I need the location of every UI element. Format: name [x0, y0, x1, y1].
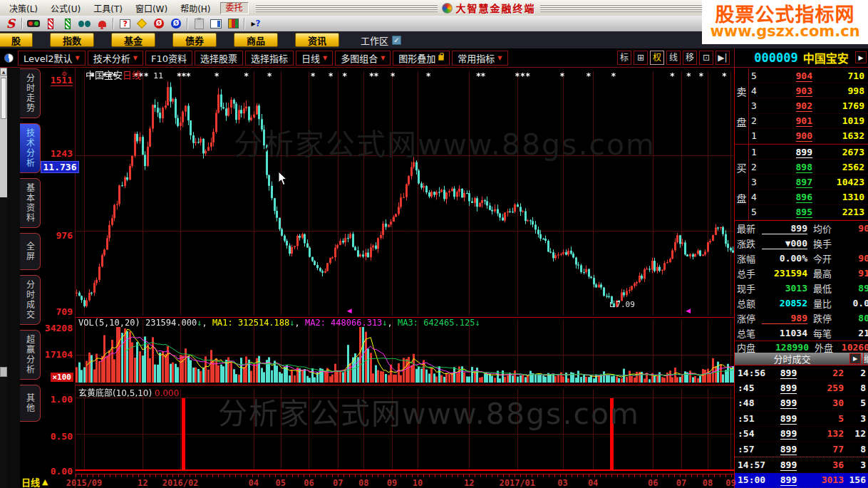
price-chart-canvas[interactable]	[76, 68, 735, 317]
quickbar-item-Level2默认[interactable]: Level2默认▼	[18, 51, 86, 66]
mark-button[interactable]: 标	[617, 51, 631, 65]
queue-price-value[interactable]: 895	[796, 207, 812, 218]
queue-price-value[interactable]: 896	[796, 192, 812, 203]
binoculars-icon[interactable]	[76, 16, 93, 31]
scrollbar-thumb[interactable]	[1, 78, 6, 119]
line-button[interactable]: 线	[666, 51, 681, 65]
tick-row[interactable]: 15:008993013156	[735, 473, 868, 488]
quickbar-item-技术分析[interactable]: 技术分析▼	[88, 51, 143, 66]
date-axis[interactable]: 2015/09122016/0204050607080910122017/010…	[76, 474, 735, 488]
queue-price-value[interactable]: 900	[796, 130, 812, 142]
queue-row[interactable]: 389710423	[749, 175, 868, 190]
bell-icon[interactable]	[93, 16, 110, 31]
queue-price-value[interactable]: 899	[796, 147, 812, 158]
queue-price[interactable]: 898	[761, 162, 824, 172]
window-button[interactable]: ⊡	[699, 51, 713, 65]
queue-row[interactable]: 39021769	[749, 98, 868, 113]
queue-price[interactable]: 900	[761, 130, 824, 141]
queue-row[interactable]: 28982562	[749, 160, 868, 175]
scroll-up-icon[interactable]: ▲	[0, 68, 7, 76]
green-stripe-icon[interactable]	[59, 16, 76, 31]
tick-row[interactable]: 14:57899363	[735, 457, 868, 472]
nav-button-债券[interactable]: 债券	[172, 33, 217, 47]
nav-button-商品[interactable]: 商品	[234, 33, 278, 47]
quickbar-item-选择股票[interactable]: 选择股票	[195, 51, 243, 66]
queue-price-value[interactable]: 901	[796, 115, 812, 127]
quickbar-item-F10资料[interactable]: F10资料	[145, 51, 192, 66]
quickbar-item-多图组合[interactable]: 多图组合▼	[335, 51, 391, 66]
tick-row[interactable]: :5189953	[735, 411, 868, 426]
queue-price[interactable]: 902	[761, 100, 824, 111]
quickbar-item-选择指标[interactable]: 选择指标	[245, 51, 294, 66]
nav-button-股[interactable]: 股	[0, 33, 33, 47]
queue-row[interactable]: 58952213	[749, 205, 868, 220]
nav-button-资讯[interactable]: 资讯	[295, 33, 339, 47]
menu-item-帮助[interactable]: 帮助(H)	[174, 2, 217, 14]
red-dial-icon[interactable]: Ø	[150, 16, 167, 31]
expand-ticks-button[interactable]: ▶	[849, 353, 861, 364]
tick-row[interactable]: :48899305	[735, 396, 868, 411]
queue-price-value[interactable]: 898	[796, 162, 812, 173]
workspace-toggle[interactable]: 工作区✓	[361, 33, 401, 47]
gear-icon[interactable]: ⚙	[62, 69, 67, 78]
next-stock-button[interactable]: ▶	[855, 51, 867, 63]
queue-price[interactable]: 903	[761, 85, 824, 96]
clipboard-icon[interactable]	[190, 16, 207, 31]
queue-price[interactable]: 895	[761, 207, 824, 217]
queue-row[interactable]: 5904710	[749, 68, 868, 83]
queue-row[interactable]: 4903998	[749, 83, 868, 98]
sidebar-tab-分时成交[interactable]: 分时成交	[20, 275, 41, 325]
sidebar-tab-技术分析[interactable]: 技术分析	[20, 123, 41, 173]
tick-list-title: 分时成交	[735, 352, 849, 365]
sidebar-tab-超赢分析[interactable]: 超赢分析	[20, 330, 41, 380]
queue-price[interactable]: 904	[761, 71, 824, 81]
queue-row[interactable]: 48961310	[749, 190, 868, 205]
books-icon[interactable]	[224, 16, 242, 31]
red-stripe-icon[interactable]	[42, 16, 59, 31]
queue-price[interactable]: 901	[761, 115, 824, 126]
diamond-icon[interactable]	[133, 16, 150, 31]
chart-question-icon[interactable]	[116, 16, 133, 31]
queue-row[interactable]: 18992673	[749, 145, 868, 160]
scrollbar-track[interactable]: ▲	[0, 68, 7, 197]
rights-adjust-button[interactable]: 权	[650, 51, 664, 65]
nav-button-基金[interactable]: 基金	[111, 33, 155, 47]
queue-price[interactable]: 897	[761, 177, 824, 187]
queue-price-value[interactable]: 903	[796, 85, 812, 97]
menu-item-窗口[interactable]: 窗口(W)	[129, 2, 174, 14]
quickbar-item-常用指标[interactable]: 常用指标▼	[452, 51, 507, 66]
page-forward-button[interactable]: ▶|	[715, 51, 730, 65]
grid-button[interactable]: ⊞	[634, 51, 648, 65]
menu-item-工具[interactable]: 工具(T)	[87, 2, 129, 14]
tick-row[interactable]: :57899778	[735, 442, 868, 457]
blue-dial-icon[interactable]: Ø	[167, 16, 185, 31]
queue-price[interactable]: 896	[761, 192, 824, 202]
tick-row[interactable]: :5489913212	[735, 427, 868, 442]
sidebar-tab-其他[interactable]: 其他	[20, 385, 41, 422]
move-button[interactable]: 移	[683, 51, 697, 65]
menu-item-公式[interactable]: 公式(U)	[44, 2, 87, 14]
queue-row[interactable]: 29011019	[749, 114, 868, 129]
help-cursor-icon[interactable]: ▸	[247, 16, 264, 31]
queue-price-value[interactable]: 904	[796, 71, 812, 82]
menu-item-决策[interactable]: 决策(L)	[3, 2, 44, 14]
sidebar-tab-全屏[interactable]: 全屏	[20, 233, 41, 270]
traffic-light-icon[interactable]	[25, 16, 42, 31]
quickbar-item-图形叠加[interactable]: 图形叠加	[393, 51, 450, 66]
left-scrollbar[interactable]: ▲	[0, 68, 7, 488]
queue-price-value[interactable]: 902	[796, 100, 812, 112]
checkbox-icon[interactable]: ✓	[392, 36, 401, 45]
sidebar-tab-基本资料[interactable]: 基本资料	[20, 178, 41, 228]
queue-price-value[interactable]: 897	[796, 177, 812, 188]
sidebar-tab-分时走势[interactable]: 分时走势	[20, 68, 41, 118]
queue-price[interactable]: 899	[761, 147, 824, 157]
quickbar-item-日线[interactable]: 日线▼	[296, 51, 333, 66]
dzh-s-icon[interactable]: S	[2, 16, 19, 31]
entrust-menu-item[interactable]: 委托	[220, 2, 249, 14]
period-tab[interactable]: 日线▲	[21, 475, 48, 488]
panel-icon[interactable]	[207, 16, 224, 31]
tick-row[interactable]: 14:56899222	[735, 365, 868, 380]
queue-row[interactable]: 19001632	[749, 129, 868, 144]
nav-button-指数[interactable]: 指数	[50, 33, 94, 47]
tick-row[interactable]: :458992598	[735, 380, 868, 395]
